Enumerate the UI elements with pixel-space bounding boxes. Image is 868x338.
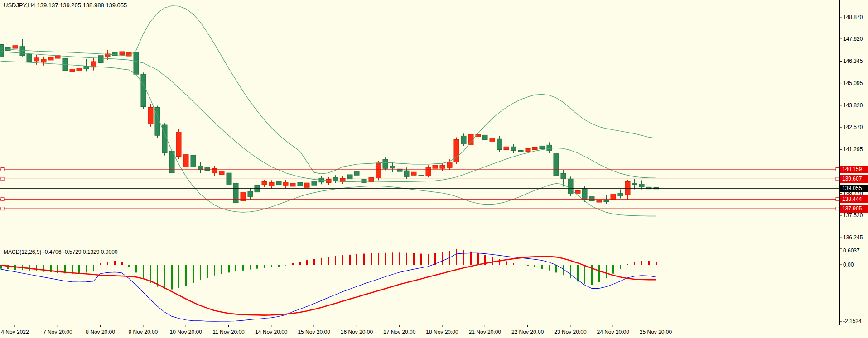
macd-tick-label: -2.1524 <box>843 318 862 324</box>
candle-body <box>461 136 466 144</box>
candle-body <box>597 200 602 202</box>
macd-panel <box>1 249 656 321</box>
level-price-label[interactable]: 138.444 <box>840 195 868 203</box>
date-tick-label: 23 Nov 20:00 <box>554 329 586 335</box>
level-line-handle[interactable] <box>836 177 839 181</box>
date-tick-label: 16 Nov 20:00 <box>341 329 373 335</box>
candle-body <box>561 173 566 179</box>
candle-body <box>411 172 416 175</box>
candle-body <box>120 52 125 55</box>
candle-body <box>219 171 224 175</box>
candle-body <box>426 167 431 176</box>
candle-body <box>639 184 644 187</box>
candle-body <box>490 138 495 141</box>
bollinger-bands <box>1 6 656 216</box>
candle-body <box>447 162 452 167</box>
candle-body <box>48 57 53 60</box>
candle-body <box>604 200 609 202</box>
candle-body <box>248 191 253 197</box>
candle-body <box>376 163 381 178</box>
level-line-handle[interactable] <box>1 177 4 181</box>
candle-body <box>347 175 352 179</box>
level-line-handle[interactable] <box>1 198 4 201</box>
level-price-label[interactable]: 139.607 <box>840 175 868 183</box>
candle-body <box>148 108 153 124</box>
candle-body <box>176 132 181 157</box>
date-tick-label: 21 Nov 20:00 <box>469 329 501 335</box>
level-price-label[interactable]: 137.905 <box>840 205 868 213</box>
candle-body <box>611 194 616 200</box>
candle-body <box>269 182 274 186</box>
candle-body <box>369 177 374 182</box>
price-tick-label: 142.570 <box>843 124 863 130</box>
candle-body <box>283 182 288 186</box>
bollinger-upper-line <box>1 6 656 174</box>
date-tick-label: 4 Nov 2022 <box>1 329 29 335</box>
candle-body <box>183 155 188 167</box>
candle-body <box>454 140 459 162</box>
level-line-handle[interactable] <box>836 207 839 210</box>
candle-body <box>191 156 196 167</box>
candle-body <box>13 46 18 48</box>
symbol-title: USDJPY,H4 139.137 139.205 138.988 139.05… <box>4 2 127 9</box>
candle-body <box>312 181 317 186</box>
candle-body <box>383 159 388 168</box>
date-tick-label: 22 Nov 20:00 <box>511 329 544 335</box>
candle-body <box>482 135 487 139</box>
level-line-handle[interactable] <box>1 207 4 210</box>
bollinger-lower-line <box>1 61 656 216</box>
candle-body <box>589 197 594 201</box>
candle-body <box>497 139 502 149</box>
candle-body <box>554 154 559 176</box>
candle-body <box>419 175 424 176</box>
candle-body <box>298 182 303 186</box>
candle-body <box>304 183 309 187</box>
date-tick-label: 14 Nov 20:00 <box>255 329 287 335</box>
candle-body <box>575 191 580 194</box>
candle-body <box>77 68 82 71</box>
candle-body <box>618 194 623 196</box>
candle-body <box>276 181 281 185</box>
candle-body <box>70 69 75 72</box>
candle-body <box>290 183 295 186</box>
macd-indicator-label: MACD(12,26,9) -0.4706 -0.5729 0.1329 0.0… <box>4 249 118 255</box>
date-tick-label: 9 Nov 20:00 <box>129 329 158 335</box>
candle-body <box>198 166 203 170</box>
date-tick-label: 11 Nov 20:00 <box>212 329 245 335</box>
macd-tick-label: 0.6037 <box>843 248 860 254</box>
candle-body <box>84 66 89 69</box>
macd-signal-line <box>1 256 656 315</box>
date-tick-label: 15 Nov 20:00 <box>298 329 330 335</box>
candle-body <box>433 165 438 168</box>
price-tick-label: 143.820 <box>843 102 863 109</box>
date-tick-label: 25 Nov 20:00 <box>640 329 672 335</box>
level-line-handle[interactable] <box>1 168 4 171</box>
candle-body <box>582 189 587 200</box>
price-tick-label: 148.870 <box>843 14 863 20</box>
chart-canvas[interactable] <box>0 0 868 338</box>
candle-body <box>227 173 231 184</box>
candle-body <box>333 177 338 181</box>
candle-body <box>41 59 46 62</box>
candle-body <box>98 56 103 63</box>
date-tick-label: 17 Nov 20:00 <box>383 329 415 335</box>
candle-body <box>0 45 4 57</box>
candle-body <box>540 146 545 148</box>
date-tick-label: 18 Nov 20:00 <box>426 329 458 335</box>
candle-body <box>262 182 267 185</box>
candle-body <box>504 147 509 149</box>
level-price-label[interactable]: 140.159 <box>840 166 868 173</box>
candle-body <box>532 148 537 150</box>
candle-body <box>518 150 523 151</box>
candle-body <box>20 47 25 56</box>
level-line-handle[interactable] <box>836 198 839 201</box>
candle-body <box>632 183 637 185</box>
level-line-handle[interactable] <box>836 168 839 171</box>
candle-body <box>440 165 445 168</box>
macd-tick-label: 0.00 <box>843 262 854 268</box>
candle-body <box>141 74 146 106</box>
candle-body <box>390 166 395 168</box>
price-tick-label: 147.620 <box>843 36 863 42</box>
price-tick-label: 146.345 <box>843 58 863 64</box>
price-tick-label: 145.095 <box>843 80 863 86</box>
